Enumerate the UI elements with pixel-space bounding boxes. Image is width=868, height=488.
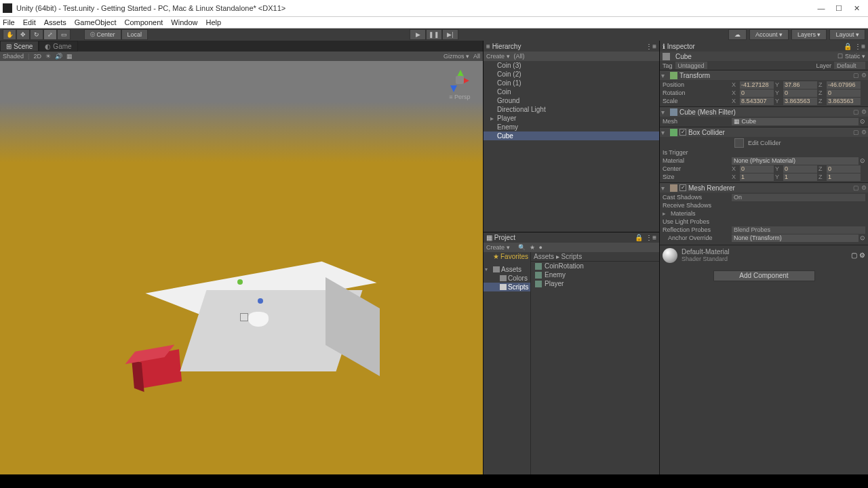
fx-toggle[interactable]: ▦ — [66, 53, 73, 60]
hierarchy-item[interactable]: Coin (1) — [484, 79, 659, 87]
physmat-field[interactable]: None (Physic Material) — [732, 157, 859, 165]
picker-icon[interactable]: ⊙ — [860, 157, 865, 164]
collider-enable[interactable] — [679, 129, 686, 136]
tree-folder[interactable]: Colors — [484, 274, 530, 283]
audio-toggle[interactable]: 🔊 — [55, 53, 62, 60]
pivot-local[interactable]: Local — [121, 29, 149, 40]
refl-dropdown[interactable]: Blend Probes — [732, 226, 865, 234]
cen-y[interactable]: 0 — [783, 165, 817, 173]
static-dropdown[interactable]: ☐ Static ▾ — [837, 53, 865, 60]
maximize-button[interactable]: ☐ — [830, 2, 848, 14]
hierarchy-item[interactable]: ▸Player — [484, 114, 659, 123]
gizmos-dropdown[interactable]: Gizmos ▾ — [443, 53, 469, 60]
tag-dropdown[interactable]: Untagged — [675, 62, 707, 69]
shading-mode[interactable]: Shaded — [3, 53, 24, 60]
transform-header[interactable]: ▾ Transform ▢ ⚙ — [660, 70, 868, 80]
edit-collider-button[interactable] — [734, 138, 744, 148]
account-dropdown[interactable]: Account ▾ — [749, 29, 789, 40]
picker-icon[interactable]: ⊙ — [860, 235, 865, 241]
menu-assets[interactable]: Assets — [44, 18, 66, 26]
project-file[interactable]: Player — [531, 279, 659, 288]
tab-game[interactable]: ◐ Game — [39, 41, 77, 52]
tree-assets[interactable]: ▾Assets — [484, 265, 530, 274]
tree-favorites[interactable]: ★ Favorites — [484, 252, 530, 261]
size-x[interactable]: 1 — [740, 174, 774, 181]
meshfilter-header[interactable]: ▾Cube (Mesh Filter)▢ ⚙ — [660, 107, 868, 117]
menu-gameobject[interactable]: GameObject — [75, 18, 117, 26]
play-button[interactable]: ▶ — [410, 29, 426, 40]
boxcollider-header[interactable]: ▾Box Collider▢ ⚙ — [660, 127, 868, 137]
inspector-lock-icon[interactable]: 🔒 — [844, 43, 852, 50]
pos-x[interactable]: -41.27128 — [740, 81, 774, 89]
tab-scene[interactable]: ⊞ Scene — [0, 41, 39, 52]
scl-x[interactable]: 8.543307 — [740, 98, 774, 105]
hierarchy-search[interactable]: (All) — [514, 53, 525, 60]
pivot-center[interactable]: ⦾ Center — [84, 29, 121, 40]
cen-z[interactable]: 0 — [827, 165, 861, 173]
inspector-menu-icon[interactable]: ⋮≡ — [854, 43, 865, 50]
light-gizmo-icon[interactable] — [248, 312, 269, 327]
gear-icon[interactable]: ▢ ⚙ — [853, 129, 867, 136]
scene-view[interactable]: ≡ Persp — [0, 61, 483, 474]
scene-search[interactable]: All — [473, 53, 480, 60]
rect-tool[interactable]: ▭ — [57, 29, 71, 40]
persp-label[interactable]: ≡ Persp — [445, 94, 475, 100]
scl-z[interactable]: 3.863563 — [827, 98, 861, 105]
project-menu-icon[interactable]: ⋮≡ — [646, 234, 656, 241]
project-file[interactable]: Enemy — [531, 270, 659, 279]
rot-z[interactable]: 0 — [827, 89, 861, 97]
object-icon[interactable] — [663, 53, 670, 60]
hierarchy-item[interactable]: Directional Light — [484, 105, 659, 114]
rot-x[interactable]: 0 — [740, 89, 774, 97]
hierarchy-item[interactable]: Enemy — [484, 123, 659, 131]
pos-z[interactable]: -46.07996 — [827, 81, 861, 89]
layers-dropdown[interactable]: Layers ▾ — [791, 29, 827, 40]
renderer-enable[interactable] — [679, 184, 686, 191]
nav-gizmo[interactable]: ≡ Persp — [445, 68, 475, 100]
meshrenderer-header[interactable]: ▾Mesh Renderer▢ ⚙ — [660, 183, 868, 192]
menu-component[interactable]: Component — [124, 18, 163, 26]
scale-tool[interactable]: ⤢ — [43, 29, 57, 40]
panel-menu-icon[interactable]: ⋮≡ — [646, 43, 656, 50]
project-breadcrumb[interactable]: Assets ▸ Scripts — [531, 252, 659, 262]
project-file[interactable]: CoinRotation — [531, 262, 659, 270]
shader-dropdown[interactable]: Standard — [703, 256, 728, 262]
cloud-button[interactable]: ☁ — [728, 29, 747, 40]
material-preview[interactable]: Default-Material Shader Standard ▢ ⚙ — [660, 245, 868, 265]
gear-icon[interactable]: ▢ ⚙ — [853, 72, 867, 79]
add-component-button[interactable]: Add Component — [713, 270, 815, 281]
project-filter2[interactable]: ● — [539, 244, 542, 251]
gear-icon[interactable]: ▢ ⚙ — [853, 108, 867, 115]
hierarchy-item[interactable]: Ground — [484, 96, 659, 105]
menu-window[interactable]: Window — [171, 18, 197, 26]
size-y[interactable]: 1 — [783, 174, 817, 181]
project-filter1[interactable]: ★ — [530, 244, 535, 251]
white-box-object[interactable] — [153, 244, 342, 380]
pause-button[interactable]: ❚❚ — [426, 29, 442, 40]
tree-folder-selected[interactable]: Scripts — [484, 283, 530, 291]
menu-edit[interactable]: Edit — [23, 18, 36, 26]
step-button[interactable]: ▶| — [442, 29, 458, 40]
object-name[interactable]: Cube — [675, 53, 692, 60]
menu-file[interactable]: File — [3, 18, 15, 26]
mesh-field[interactable]: ▦ Cube — [732, 118, 859, 125]
layer-dropdown[interactable]: Default — [834, 62, 865, 69]
hierarchy-item[interactable]: Coin (2) — [484, 70, 659, 79]
hierarchy-item[interactable]: Coin (3) — [484, 61, 659, 70]
project-search-icon[interactable]: 🔍 — [518, 244, 526, 251]
anchor-field[interactable]: None (Transform) — [732, 235, 859, 242]
move-tool[interactable]: ✥ — [16, 29, 30, 40]
light-toggle[interactable]: ☀ — [45, 53, 51, 60]
hierarchy-item[interactable]: Coin — [484, 87, 659, 96]
hierarchy-item-selected[interactable]: Cube — [484, 131, 659, 140]
size-z[interactable]: 1 — [827, 174, 861, 181]
rotate-tool[interactable]: ↻ — [30, 29, 43, 40]
hierarchy-create[interactable]: Create ▾ — [486, 53, 510, 60]
mats-label[interactable]: Materials — [671, 210, 738, 217]
2d-toggle[interactable]: 2D — [33, 53, 41, 60]
scl-y[interactable]: 3.863563 — [783, 98, 817, 105]
gizmo-z-handle[interactable] — [258, 298, 263, 304]
gear-icon[interactable]: ▢ ⚙ — [853, 184, 867, 191]
cast-dropdown[interactable]: On — [732, 194, 865, 201]
minimize-button[interactable]: — — [812, 2, 830, 14]
